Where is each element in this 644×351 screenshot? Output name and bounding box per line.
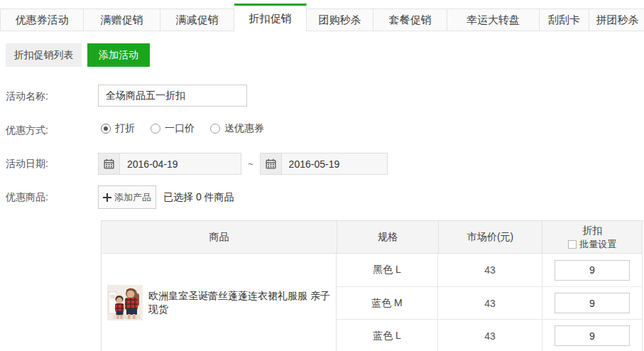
market-price-value: 43 bbox=[438, 254, 542, 286]
discount-input[interactable] bbox=[555, 260, 630, 281]
end-date-value[interactable]: 2016-05-19 bbox=[282, 153, 387, 174]
plus-icon bbox=[103, 193, 111, 202]
radio-label: 送优惠券 bbox=[224, 122, 264, 135]
date-range-separator: ~ bbox=[248, 158, 253, 169]
header-discount-title: 折扣 bbox=[582, 223, 602, 237]
tab-full-gift-promo[interactable]: 满赠促销 bbox=[84, 9, 160, 31]
tab-full-reduction-promo[interactable]: 满减促销 bbox=[160, 9, 234, 31]
discount-promo-list-button[interactable]: 折扣促销列表 bbox=[6, 43, 82, 67]
header-discount: 折扣 批量设置 bbox=[542, 221, 642, 253]
discount-method-options: 打折 一口价 送优惠券 bbox=[101, 122, 280, 135]
promo-products-label: 优惠商品: bbox=[6, 191, 48, 204]
table-row: 蓝色 M 43 bbox=[337, 286, 642, 319]
radio-option-fixed-price[interactable]: 一口价 bbox=[151, 122, 195, 135]
start-date-value[interactable]: 2016-04-19 bbox=[120, 153, 241, 174]
activity-name-input[interactable] bbox=[98, 85, 247, 107]
batch-set-label: 批量设置 bbox=[579, 237, 616, 252]
activity-name-label: 活动名称: bbox=[6, 90, 48, 103]
add-product-label: 添加产品 bbox=[114, 191, 151, 204]
radio-option-discount[interactable]: 打折 bbox=[101, 122, 135, 135]
selected-count-text: 已选择 0 件商品 bbox=[163, 191, 234, 204]
table-body: 欧洲皇室圣诞蕾丝蓬蓬连衣裙礼服服 亲子现货 黑色 L 43 蓝色 M 43 蓝色… bbox=[102, 254, 642, 351]
spec-value: 蓝色 L bbox=[337, 320, 438, 351]
add-product-button[interactable]: 添加产品 bbox=[98, 185, 156, 209]
product-title: 欧洲皇室圣诞蕾丝蓬蓬连衣裙礼服服 亲子现货 bbox=[148, 289, 336, 316]
table-header-row: 商品 规格 市场价(元) 折扣 批量设置 bbox=[102, 221, 642, 254]
radio-button-icon[interactable] bbox=[210, 124, 220, 134]
table-row: 黑色 L 43 bbox=[337, 254, 642, 286]
tab-discount-promo[interactable]: 折扣促销 bbox=[234, 4, 307, 31]
products-table: 商品 规格 市场价(元) 折扣 批量设置 bbox=[101, 220, 643, 351]
promo-products-row: 添加产品 已选择 0 件商品 bbox=[98, 185, 234, 209]
header-market-price: 市场价(元) bbox=[439, 221, 543, 253]
start-date-field[interactable]: 2016-04-19 bbox=[98, 153, 241, 175]
header-product: 商品 bbox=[102, 221, 337, 253]
discount-promotion-page: 优惠券活动 满赠促销 满减促销 折扣促销 团购秒杀 套餐促销 幸运大转盘 刮刮卡… bbox=[0, 0, 644, 351]
market-price-value: 43 bbox=[438, 320, 542, 351]
tab-coupon-activity[interactable]: 优惠券活动 bbox=[0, 9, 84, 31]
tab-lucky-wheel[interactable]: 幸运大转盘 bbox=[447, 9, 540, 31]
product-thumbnail bbox=[107, 285, 143, 320]
header-spec: 规格 bbox=[337, 221, 439, 253]
end-date-field[interactable]: 2016-05-19 bbox=[260, 153, 388, 175]
activity-date-label: 活动日期: bbox=[6, 158, 48, 171]
radio-label: 打折 bbox=[115, 122, 135, 135]
tab-group-seckill[interactable]: 团购秒杀 bbox=[307, 9, 373, 31]
table-row: 蓝色 L 43 bbox=[337, 319, 642, 351]
radio-button-icon[interactable] bbox=[101, 124, 111, 134]
tab-pintuan-seckill[interactable]: 拼团秒杀 bbox=[589, 9, 644, 31]
batch-set-row: 批量设置 bbox=[568, 237, 616, 252]
radio-label: 一口价 bbox=[165, 122, 195, 135]
radio-button-icon[interactable] bbox=[151, 124, 160, 134]
spec-value: 黑色 L bbox=[337, 254, 438, 286]
add-activity-button[interactable]: 添加活动 bbox=[87, 43, 150, 67]
product-cell: 欧洲皇室圣诞蕾丝蓬蓬连衣裙礼服服 亲子现货 bbox=[102, 254, 337, 351]
tab-scratch-card[interactable]: 刮刮卡 bbox=[540, 9, 589, 31]
discount-input[interactable] bbox=[555, 325, 630, 346]
activity-date-row: 2016-04-19 ~ 2016-05-19 bbox=[98, 153, 388, 175]
radio-option-give-coupon[interactable]: 送优惠券 bbox=[210, 122, 264, 135]
tab-package-promo[interactable]: 套餐促销 bbox=[373, 9, 447, 31]
calendar-icon[interactable] bbox=[99, 153, 120, 174]
spec-value: 蓝色 M bbox=[337, 287, 438, 319]
main-tab-bar: 优惠券活动 满赠促销 满减促销 折扣促销 团购秒杀 套餐促销 幸运大转盘 刮刮卡… bbox=[0, 0, 644, 31]
market-price-value: 43 bbox=[438, 287, 542, 319]
batch-set-checkbox[interactable] bbox=[568, 240, 577, 249]
discount-method-label: 优惠方式: bbox=[6, 124, 48, 137]
discount-input[interactable] bbox=[555, 293, 630, 313]
sub-nav: 折扣促销列表 添加活动 bbox=[6, 43, 150, 67]
calendar-icon[interactable] bbox=[261, 153, 282, 174]
spec-rows: 黑色 L 43 蓝色 M 43 蓝色 L 43 bbox=[337, 254, 642, 351]
